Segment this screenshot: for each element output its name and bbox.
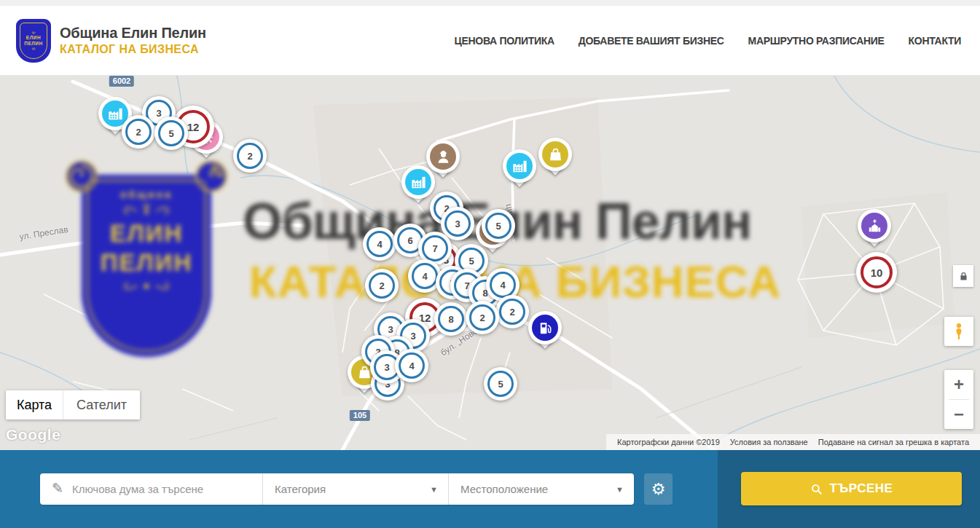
category-select[interactable]: Категория ▼	[262, 473, 448, 505]
google-map[interactable]: ул. Преславбул. „Новоселции"6002105 общи…	[0, 76, 980, 450]
map-cluster-marker[interactable]: 8	[434, 302, 468, 336]
browser-top-strip	[0, 0, 980, 6]
chevron-down-icon: ▼	[616, 485, 624, 494]
map-cluster-marker[interactable]: 2	[233, 139, 267, 173]
nav-contacts[interactable]: КОНТАКТИ	[909, 35, 961, 47]
map-type-satellite-button[interactable]: Сателит	[63, 390, 140, 419]
municipality-crest-icon: ∞ ЕЛИН ПЕЛИН ∞	[16, 19, 51, 63]
lock-button[interactable]	[953, 265, 973, 287]
factory-pin-marker[interactable]	[503, 149, 536, 194]
map-cluster-marker[interactable]: 2	[466, 301, 499, 334]
search-bar: ✎ Категория ▼ Местоположение ▼ ⚙ ТЪРСЕНЕ	[0, 450, 980, 528]
location-select[interactable]: Местоположение ▼	[448, 473, 634, 505]
church-pin-marker[interactable]	[858, 209, 891, 254]
map-cluster-marker[interactable]: 5	[482, 209, 515, 243]
site-title: Община Елин Пелин	[60, 25, 206, 42]
search-field-group: ✎ Категория ▼ Местоположение ▼	[40, 473, 634, 505]
main-nav: ЦЕНОВА ПОЛИТИКА ДОБАВЕТЕ ВАШИЯТ БИЗНЕС М…	[455, 35, 961, 47]
map-cluster-marker[interactable]: 4	[395, 349, 428, 382]
zoom-control: + −	[944, 370, 973, 429]
zoom-out-button[interactable]: −	[944, 400, 973, 429]
pegman-icon	[951, 322, 967, 341]
keyword-search-input[interactable]	[72, 483, 254, 495]
chevron-down-icon: ▼	[430, 485, 438, 494]
shopping-pin-marker[interactable]	[538, 138, 572, 183]
search-button[interactable]: ТЪРСЕНЕ	[741, 472, 962, 505]
nav-pricing[interactable]: ЦЕНОВА ПОЛИТИКА	[455, 35, 554, 47]
attribution-copyright: Картографски данни ©2019	[612, 438, 725, 446]
site-subtitle: КАТАЛОГ НА БИЗНЕСА	[60, 43, 206, 56]
map-attribution: Картографски данни ©2019 Условия за полз…	[606, 434, 980, 450]
map-cluster-marker[interactable]: 4	[363, 227, 396, 261]
search-icon	[810, 483, 823, 495]
zoom-in-button[interactable]: +	[944, 370, 973, 399]
google-logo[interactable]: Google	[6, 426, 60, 444]
attribution-terms-link[interactable]: Условия за ползване	[725, 438, 813, 446]
nav-route-schedule[interactable]: МАРШРУТНО РАЗПИСАНИЕ	[748, 35, 885, 47]
map-cluster-marker[interactable]: 2	[365, 269, 399, 302]
advanced-search-button[interactable]: ⚙	[644, 473, 673, 505]
gear-icon: ⚙	[651, 480, 666, 499]
site-logo[interactable]: ∞ ЕЛИН ПЕЛИН ∞ Община Елин Пелин КАТАЛОГ…	[16, 19, 206, 63]
map-cluster-marker[interactable]: 5	[484, 367, 517, 401]
fuel-pin-marker[interactable]	[528, 311, 562, 356]
map-type-control: Карта Сателит	[6, 390, 140, 419]
map-cluster-marker[interactable]: 5	[154, 117, 188, 150]
map-type-map-button[interactable]: Карта	[6, 390, 63, 419]
map-cluster-marker[interactable]: 10	[856, 252, 897, 293]
attribution-report-link[interactable]: Подаване на сигнал за грешка в картата	[813, 438, 974, 446]
nav-add-business[interactable]: ДОБАВЕТЕ ВАШИЯТ БИЗНЕС	[579, 35, 724, 47]
keyword-field-wrap: ✎	[40, 473, 262, 505]
lock-icon	[958, 271, 969, 282]
pencil-icon: ✎	[52, 480, 63, 497]
map-cluster-marker[interactable]: 2	[495, 295, 529, 328]
marker-layer: 123252235134675422784212823383334510	[0, 76, 980, 450]
map-cluster-marker[interactable]: 2	[122, 115, 155, 149]
street-view-pegman-button[interactable]	[944, 317, 973, 346]
site-header: ∞ ЕЛИН ПЕЛИН ∞ Община Елин Пелин КАТАЛОГ…	[0, 6, 980, 76]
